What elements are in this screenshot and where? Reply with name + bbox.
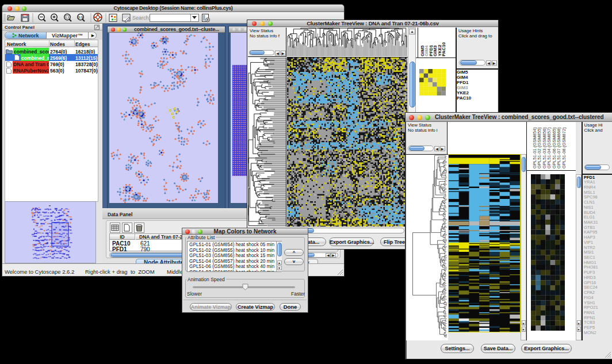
- svg-text:1:1: 1:1: [78, 16, 83, 19]
